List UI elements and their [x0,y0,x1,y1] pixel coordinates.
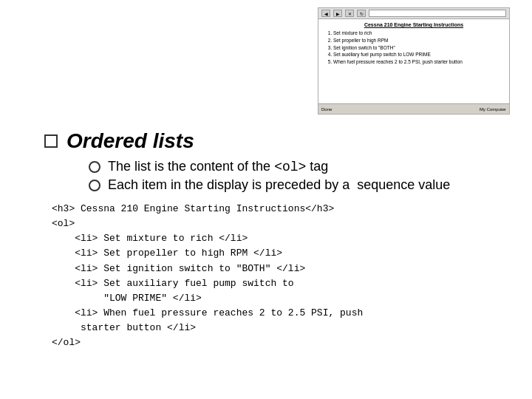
list-item: Set auxiliary fuel pump switch to LOW PR… [333,51,505,58]
code-line-6: <li> Set auxiliary fuel pump switch to [52,278,294,289]
back-btn[interactable]: ◀ [321,10,330,17]
forward-btn[interactable]: ▶ [333,10,342,17]
list-item: Set ignition switch to "BOTH" [333,44,505,52]
bullet-item-2: Each item in the display is preceded by … [89,177,502,193]
stop-btn[interactable]: ✕ [345,10,354,17]
list-item: Set mixture to rich [333,30,505,37]
code-block: <h3> Cessna 210 Engine Starting Instruct… [52,202,502,350]
browser-page-title: Cessna 210 Engine Starting Instructions [323,22,505,27]
browser-list: Set mixture to rich Set propeller to hig… [323,30,505,66]
code-line-1: <h3> Cessna 210 Engine Starting Instruct… [52,203,334,214]
browser-content: Cessna 210 Engine Starting Instructions … [318,19,509,103]
done-label: Done [321,107,332,112]
code-line-8: <li> When fuel pressure reaches 2 to 2.5… [52,307,363,318]
refresh-btn[interactable]: ↻ [357,10,366,17]
browser-screenshot: ◀ ▶ ✕ ↻ Cessna 210 Engine Starting Instr… [318,7,510,115]
bullet-text-2: Each item in the display is preceded by … [108,177,450,193]
code-line-2: <ol> [52,218,75,229]
code-line-7: "LOW PRIME" </li> [52,293,202,304]
code-line-3: <li> Set mixture to rich </li> [52,233,248,244]
browser-toolbar: ◀ ▶ ✕ ↻ [318,8,509,19]
section-title: Ordered lists [66,129,194,153]
list-item: Set propeller to high RPM [333,37,505,44]
code-line-5: <li> Set ignition switch to "BOTH" </li> [52,263,305,274]
code-line-9: starter button </li> [52,322,196,333]
bullet-items: The list is the content of the <ol> tag … [89,159,502,193]
mycomputer-label: My Computer [480,107,506,112]
list-item: When fuel pressure reaches 2 to 2.5 PSI,… [333,58,505,66]
bullet-text-1: The list is the content of the <ol> tag [108,159,328,174]
bullet-item-1: The list is the content of the <ol> tag [89,159,502,174]
bullet-circle-2 [89,180,100,191]
address-bar[interactable] [369,10,506,17]
bullet-circle-1 [89,161,100,173]
checkbox-icon [44,134,58,148]
code-line-4: <li> Set propeller to high RPM </li> [52,248,282,259]
code-line-10: </ol> [52,337,81,348]
main-content: Ordered lists The list is the content of… [30,129,502,350]
browser-status-bar: Done My Computer [318,103,509,114]
slide-container: ◀ ▶ ✕ ↻ Cessna 210 Engine Starting Instr… [0,0,532,399]
section-header: Ordered lists [44,129,502,153]
